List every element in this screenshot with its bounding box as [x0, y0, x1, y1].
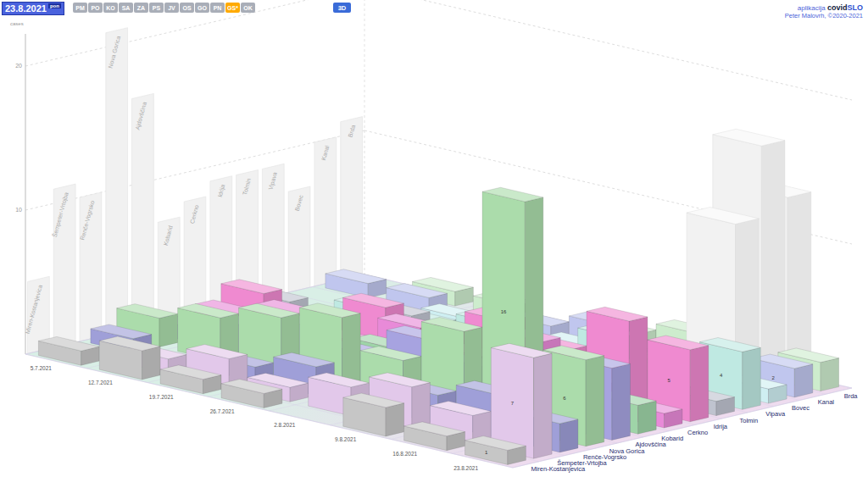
region-button-ok[interactable]: OK	[241, 3, 255, 13]
region-button-po[interactable]: PO	[88, 3, 103, 13]
app-label: aplikacija	[798, 4, 827, 12]
chart-text: Bovec	[792, 404, 810, 412]
chart-text: 2.8.2021	[274, 422, 296, 428]
app-info: aplikacija covidSLO Peter Malovrh, ©2020…	[785, 2, 863, 19]
chart-text: 16.8.2021	[392, 451, 417, 457]
region-filter-buttons: PMPOKOSAZAPSJVOSGOPNGS*OK	[73, 3, 255, 13]
chart-text: 5.7.2021	[31, 365, 53, 371]
app-window: cases1020Miren-KostanjevicaŠempeter-Vrto…	[0, 0, 868, 488]
3d-mode-button[interactable]: 3D	[333, 3, 351, 13]
toolbar: 23.8.2021 pon PMPOKOSAZAPSJVOSGOPNGS*OK …	[0, 0, 868, 19]
chart-text: Cerkno	[687, 429, 708, 436]
chart-text: cases	[10, 21, 24, 26]
chart-text: 23.8.2021	[453, 465, 478, 471]
chart-text: Idrija	[714, 423, 728, 430]
chart-text: Tolmin	[740, 417, 759, 424]
chart-text: 26.7.2021	[210, 408, 235, 414]
chart-3d: cases1020Miren-KostanjevicaŠempeter-Vrto…	[0, 0, 868, 488]
region-button-za[interactable]: ZA	[134, 3, 148, 13]
region-button-ps[interactable]: PS	[149, 3, 164, 13]
region-button-pn[interactable]: PN	[210, 3, 225, 13]
chart-text: 19.7.2021	[149, 394, 174, 400]
region-button-go[interactable]: GO	[195, 3, 209, 13]
chart-text: 12.7.2021	[88, 380, 113, 385]
day-of-week-badge: pon	[48, 3, 61, 8]
date-display[interactable]: 23.8.2021 pon	[2, 2, 64, 15]
brand-slo: SLO	[847, 3, 863, 12]
chart-text: Kanal	[818, 398, 835, 406]
credit-line: Peter Malovrh, ©2020-2021	[785, 12, 863, 19]
region-button-gs[interactable]: GS*	[225, 3, 240, 13]
chart-text: Brda	[844, 392, 859, 400]
region-button-pm[interactable]: PM	[73, 3, 87, 13]
app-title: aplikacija covidSLO	[785, 2, 863, 12]
chart-text: 9.8.2021	[335, 436, 357, 442]
chart-text: 20	[15, 63, 22, 69]
current-date: 23.8.2021	[5, 3, 47, 14]
region-button-sa[interactable]: SA	[119, 3, 133, 13]
ghost-bar-Nova Gorica	[106, 28, 128, 336]
chart-text: Vipava	[765, 410, 786, 418]
chart-text: 16	[501, 309, 507, 314]
chart-text: Kobarid	[661, 435, 683, 442]
region-button-ko[interactable]: KO	[103, 3, 118, 13]
gridline-dashed	[25, 130, 364, 210]
region-button-jv[interactable]: JV	[164, 3, 179, 13]
chart-text: 10	[15, 207, 22, 213]
region-button-os[interactable]: OS	[180, 3, 194, 13]
ghost-bar-Brda	[341, 117, 363, 280]
brand-covid: covid	[827, 3, 848, 12]
